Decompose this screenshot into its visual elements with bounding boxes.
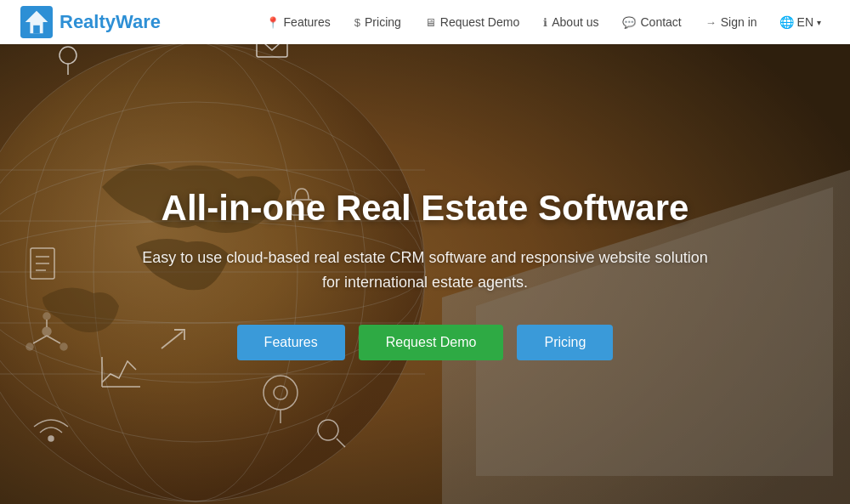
nav-features[interactable]: 📍 Features bbox=[256, 10, 341, 34]
nav-signin[interactable]: → Sign in bbox=[695, 10, 768, 34]
svg-point-31 bbox=[26, 343, 33, 350]
hero-title: All-in-one Real Estate Software bbox=[136, 188, 714, 229]
signin-icon: → bbox=[706, 16, 717, 29]
nav-pricing[interactable]: $ Pricing bbox=[344, 10, 411, 34]
nav-about[interactable]: ℹ About us bbox=[533, 10, 609, 34]
logo[interactable]: RealtyWare bbox=[20, 6, 161, 38]
features-icon: 📍 bbox=[266, 16, 280, 29]
logo-icon bbox=[20, 6, 53, 38]
globe-icon: 🌐 bbox=[779, 15, 794, 29]
hero-demo-button[interactable]: Request Demo bbox=[359, 325, 504, 360]
nav-request-demo[interactable]: 🖥 Request Demo bbox=[415, 10, 530, 34]
svg-point-32 bbox=[60, 343, 67, 350]
nav-menu: 📍 Features $ Pricing 🖥 Request Demo ℹ Ab… bbox=[256, 10, 830, 34]
svg-rect-2 bbox=[33, 25, 40, 34]
hero-subtitle: Easy to use cloud-based real estate CRM … bbox=[136, 246, 714, 295]
svg-point-30 bbox=[42, 327, 51, 336]
navbar: RealtyWare 📍 Features $ Pricing 🖥 Reques… bbox=[0, 0, 850, 44]
hero-section: All-in-one Real Estate Software Easy to … bbox=[0, 0, 850, 504]
svg-point-33 bbox=[43, 313, 50, 320]
brand-name: RealtyWare bbox=[60, 11, 161, 33]
hero-buttons: Features Request Demo Pricing bbox=[136, 325, 714, 360]
hero-features-button[interactable]: Features bbox=[237, 325, 345, 360]
demo-icon: 🖥 bbox=[425, 16, 436, 29]
pricing-icon: $ bbox=[354, 16, 360, 29]
svg-point-23 bbox=[48, 436, 54, 441]
hero-pricing-button[interactable]: Pricing bbox=[517, 325, 613, 360]
contact-icon: 💬 bbox=[622, 16, 636, 29]
hero-content: All-in-one Real Estate Software Easy to … bbox=[85, 188, 765, 361]
about-icon: ℹ bbox=[543, 16, 547, 29]
chevron-down-icon: ▾ bbox=[817, 18, 821, 27]
nav-contact[interactable]: 💬 Contact bbox=[612, 10, 691, 34]
language-selector[interactable]: 🌐 EN ▾ bbox=[771, 10, 830, 34]
